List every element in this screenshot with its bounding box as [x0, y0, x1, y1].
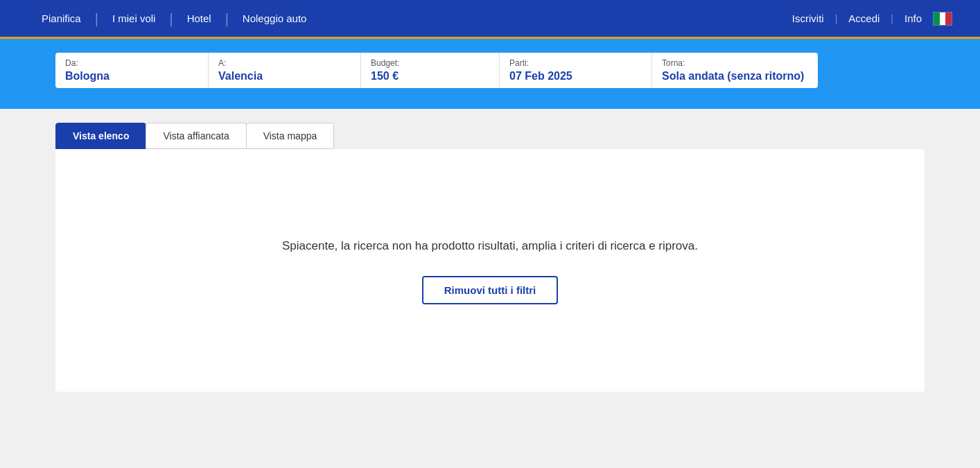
nav-left: Pianifica | I miei voli | Hotel | Nolegg…: [28, 0, 320, 38]
search-from-label: Da:: [65, 58, 198, 68]
nav-divider-2: |: [891, 13, 893, 24]
search-budget-field[interactable]: Budget: 150 €: [360, 53, 499, 88]
nav-accedi[interactable]: Accedi: [848, 12, 880, 24]
nav-item-noleggio-auto[interactable]: Noleggio auto: [229, 0, 321, 38]
nav-divider-1: |: [835, 13, 838, 24]
tab-vista-elenco[interactable]: Vista elenco: [55, 123, 146, 149]
tab-vista-mappa[interactable]: Vista mappa: [246, 123, 335, 149]
search-bar: Da: Bologna A: Valencia Budget: 150 € Pa…: [0, 39, 980, 109]
search-to-field[interactable]: A: Valencia: [208, 53, 360, 88]
tab-vista-affiancata[interactable]: Vista affiancata: [146, 123, 246, 149]
no-results-message: Spiacente, la ricerca non ha prodotto ri…: [282, 236, 698, 255]
search-from-field[interactable]: Da: Bologna: [55, 53, 208, 88]
search-depart-label: Parti:: [509, 58, 642, 68]
nav-item-pianifica[interactable]: Pianifica: [28, 0, 95, 38]
search-to-label: A:: [218, 58, 351, 68]
search-budget-value: 150 €: [371, 70, 399, 82]
main-content: Spiacente, la ricerca non ha prodotto ri…: [0, 149, 980, 419]
language-flag-icon[interactable]: [933, 12, 952, 26]
nav-iscriviti[interactable]: Iscriviti: [792, 12, 824, 24]
search-return-value: Sola andata (senza ritorno): [662, 70, 804, 82]
nav-item-hotel[interactable]: Hotel: [173, 0, 225, 38]
results-card: Spiacente, la ricerca non ha prodotto ri…: [55, 149, 925, 392]
search-return-field[interactable]: Torna: Sola andata (senza ritorno): [651, 53, 818, 88]
nav-item-miei-voli[interactable]: I miei voli: [98, 0, 170, 38]
nav-info[interactable]: Info: [904, 12, 922, 24]
search-return-label: Torna:: [662, 58, 808, 68]
search-to-value: Valencia: [218, 70, 263, 82]
search-budget-label: Budget:: [371, 58, 489, 68]
search-depart-value: 07 Feb 2025: [509, 70, 572, 82]
search-from-value: Bologna: [65, 70, 110, 82]
tabs-bar: Vista elenco Vista affiancata Vista mapp…: [0, 109, 980, 149]
search-depart-field[interactable]: Parti: 07 Feb 2025: [499, 53, 651, 88]
nav-right: Iscriviti | Accedi | Info: [792, 12, 952, 26]
navbar: Pianifica | I miei voli | Hotel | Nolegg…: [0, 0, 980, 39]
remove-filters-button[interactable]: Rimuovi tutti i filtri: [422, 276, 559, 304]
